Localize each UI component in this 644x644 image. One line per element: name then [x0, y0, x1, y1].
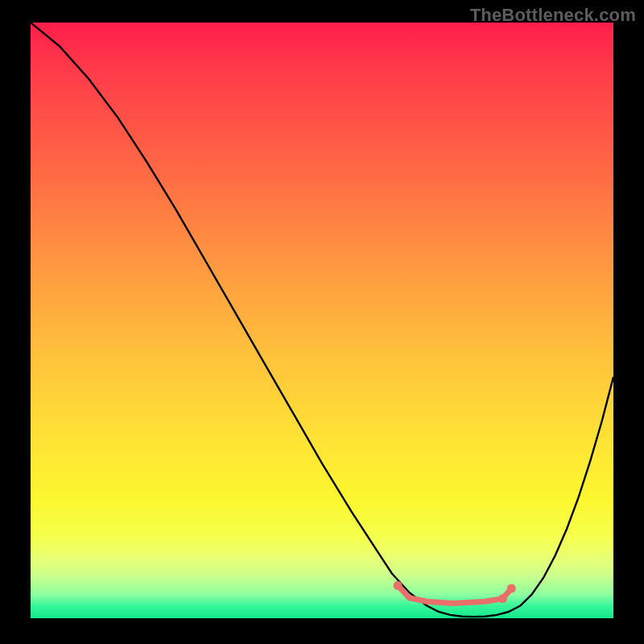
chart-container: TheBottleneck.com	[0, 0, 644, 644]
bottleneck-curve-svg	[31, 23, 613, 618]
plot-area	[31, 23, 613, 618]
optimal-range-start-dot	[394, 581, 402, 590]
optimal-range-end-dot-b	[507, 584, 516, 593]
optimal-range-line	[398, 585, 511, 603]
watermark-text: TheBottleneck.com	[470, 5, 636, 26]
bottleneck-curve	[31, 23, 613, 617]
optimal-range-end-dot-a	[498, 594, 507, 603]
